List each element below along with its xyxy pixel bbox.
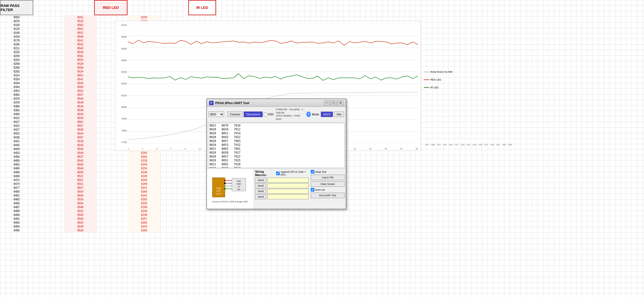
raw-data-cell: 8370 bbox=[0, 97, 33, 100]
red-data-cell: 8554 bbox=[64, 190, 97, 193]
disconnect-button[interactable]: Disconnect bbox=[244, 112, 262, 117]
raw-data-cell: 8494 bbox=[0, 224, 33, 228]
red-data-cell: 8541 bbox=[64, 77, 97, 81]
red-data-cell: 8543 bbox=[64, 112, 97, 116]
wrap-text-checkbox[interactable] bbox=[311, 170, 314, 174]
wrap-text-label[interactable]: Wrap Text bbox=[311, 170, 345, 174]
red-data-cell: 8545 bbox=[64, 147, 97, 151]
dialog-title: P PICkit 2Plus UART Tool bbox=[209, 101, 249, 105]
vdd-checkbox[interactable] bbox=[264, 113, 267, 116]
macro-input-4[interactable] bbox=[267, 194, 309, 199]
raw-data-cell: 8362 bbox=[0, 93, 33, 97]
red-data-cell: 8554 bbox=[64, 58, 97, 62]
legend-red: RED LED bbox=[424, 78, 452, 81]
raw-data-cell: 8477 bbox=[0, 186, 33, 190]
connect-button[interactable]: Connect bbox=[227, 112, 243, 117]
red-data-cell: 8563 bbox=[64, 23, 97, 27]
red-data-cell: 8541 bbox=[64, 38, 97, 42]
raw-data-cell: 8240 bbox=[0, 54, 33, 58]
raw-data-cell: 8292 bbox=[0, 69, 33, 73]
raw-pass-filter-label: RAW PASS FILTER bbox=[0, 0, 33, 15]
uart-data-display[interactable]: 8021807879188020803479128020805179148020… bbox=[208, 123, 345, 168]
uart-data-row: 802080437922 bbox=[209, 135, 343, 139]
maximize-button[interactable]: □ bbox=[331, 100, 337, 105]
macro-input-2[interactable] bbox=[267, 183, 309, 188]
ascii-mode-button[interactable]: ASCII bbox=[321, 112, 333, 117]
red-data-cell: 8553 bbox=[64, 31, 97, 35]
uart-data-row: 802080577922 bbox=[209, 155, 343, 159]
red-data-cell: 8525 bbox=[64, 221, 97, 224]
minimize-button[interactable]: ─ bbox=[324, 100, 330, 105]
macro-input-1[interactable] bbox=[267, 178, 309, 183]
red-data-cell: 8521 bbox=[64, 174, 97, 178]
close-button[interactable]: ✕ bbox=[337, 100, 343, 105]
svg-text:UART: UART bbox=[216, 190, 221, 192]
raw-data-cell: 8495 bbox=[0, 228, 33, 232]
raw-data-cell: 8211 bbox=[0, 46, 33, 50]
raw-data-cell: 8432 bbox=[0, 131, 33, 135]
send-button-1[interactable]: Send bbox=[255, 178, 266, 183]
svg-text:VDD: VDD bbox=[237, 180, 241, 182]
raw-data-cell: 8324 bbox=[0, 77, 33, 81]
raw-data-cell: 8100 bbox=[0, 23, 33, 27]
help-button[interactable]: ? bbox=[306, 112, 311, 117]
ir-data-cell: 8265 bbox=[127, 221, 161, 224]
vdd-checkbox-label[interactable]: VDD bbox=[264, 113, 274, 116]
append-crlf-label[interactable]: Append CR+LF (x0D + x0A) bbox=[276, 171, 309, 176]
raw-data-cell: 8280 bbox=[0, 66, 33, 69]
ir-data-cell: 8257 bbox=[127, 217, 161, 221]
red-data-cell: 8550 bbox=[64, 162, 97, 166]
macro-input-3[interactable] bbox=[267, 189, 309, 194]
raw-data-cell: 8483 bbox=[0, 197, 33, 201]
ir-data-cell: 8230 bbox=[127, 201, 161, 205]
red-data-cell: 8540 bbox=[64, 213, 97, 217]
raw-data-cell: 8226 bbox=[0, 50, 33, 54]
legend-raw-line bbox=[424, 72, 429, 72]
raw-data-cell: 8465 bbox=[0, 166, 33, 170]
red-data-cell: 8548 bbox=[64, 35, 97, 38]
red-data-cell: 8561 bbox=[64, 120, 97, 124]
legend-raw: RAW PASS FILTER bbox=[424, 71, 452, 73]
red-data-cell: 8536 bbox=[64, 128, 97, 131]
exit-uart-button[interactable]: Exit UART Tool bbox=[311, 193, 345, 198]
raw-data-cell: 8412 bbox=[0, 116, 33, 120]
raw-data-cell: 8378 bbox=[0, 100, 33, 104]
echo-on-checkbox[interactable] bbox=[311, 188, 314, 192]
ir-data-cell: 8241 bbox=[127, 186, 161, 190]
raw-data-cell: 8159 bbox=[0, 35, 33, 38]
send-button-3[interactable]: Send bbox=[255, 189, 266, 194]
uart-data-row: 802080577903 bbox=[209, 139, 343, 143]
hex-mode-button[interactable]: Hex bbox=[334, 112, 344, 117]
red-data-cell: 8548 bbox=[64, 205, 97, 209]
title-buttons[interactable]: ─ □ ✕ bbox=[324, 100, 343, 105]
log-to-file-button[interactable]: Log to File bbox=[311, 175, 345, 180]
dialog-bottom: Target UART Circuit VDD GND TX RX bbox=[207, 169, 346, 209]
echo-on-label[interactable]: Echo On bbox=[311, 188, 345, 192]
red-data-cell: 8549 bbox=[64, 100, 97, 104]
uart-data-row: 802180657918 bbox=[209, 162, 343, 166]
raw-data-cell: 8463 bbox=[0, 162, 33, 166]
raw-data-cell: 8334 bbox=[0, 81, 33, 85]
uart-data-row: 802180657901 bbox=[209, 147, 343, 151]
uart-data-row: 802180787918 bbox=[209, 124, 343, 128]
red-data-cell: 8546 bbox=[64, 97, 97, 100]
baud-rate-select[interactable]: 9600 115200 57600 bbox=[209, 112, 224, 117]
red-data-cell: 8549 bbox=[64, 224, 97, 228]
raw-data-column: 8053807681008120814081598178819582118226… bbox=[0, 15, 33, 232]
append-crlf-checkbox[interactable] bbox=[276, 172, 280, 175]
raw-data-cell: 8469 bbox=[0, 174, 33, 178]
send-button-4[interactable]: Send bbox=[255, 194, 266, 199]
raw-data-cell: 8178 bbox=[0, 38, 33, 42]
red-data-cell: 8549 bbox=[64, 151, 97, 155]
connection-bar: 9600 115200 57600 Connect Disconnect VDD… bbox=[207, 107, 346, 122]
svg-text:GND: GND bbox=[237, 183, 241, 185]
send-button-2[interactable]: Send bbox=[255, 183, 266, 188]
red-data-cell: 8557 bbox=[64, 93, 97, 97]
raw-data-cell: 8417 bbox=[0, 120, 33, 124]
uart-data-row: 802080387927 bbox=[209, 151, 343, 155]
red-data-cell: 8557 bbox=[64, 124, 97, 128]
clear-screen-button[interactable]: Clear Screen bbox=[311, 181, 345, 187]
raw-data-cell: 8314 bbox=[0, 73, 33, 77]
uart-data-row: 802280797942 bbox=[209, 166, 343, 168]
raw-data-cell: 8254 bbox=[0, 58, 33, 62]
